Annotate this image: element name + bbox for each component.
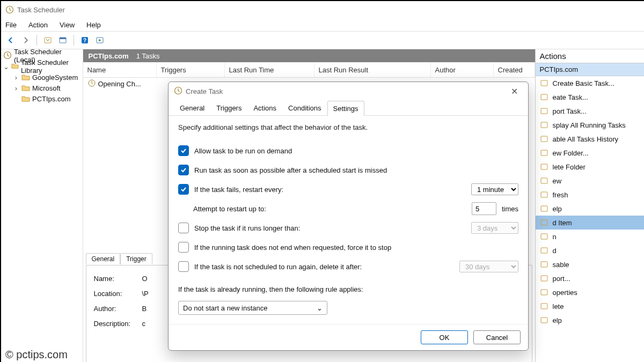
action-icon <box>540 260 548 269</box>
svg-text:?: ? <box>83 38 86 43</box>
action-icon <box>540 302 548 311</box>
menu-help[interactable]: Help <box>86 21 101 29</box>
col-triggers[interactable]: Triggers <box>157 62 225 77</box>
properties-button[interactable] <box>56 34 69 47</box>
actions-title: Actions <box>536 49 645 63</box>
tree-library[interactable]: ⌄ Task Scheduler Library <box>1 61 83 72</box>
svg-rect-10 <box>541 94 547 100</box>
action-label: elp <box>553 205 562 213</box>
tree-item-label: PCTIps.com <box>32 95 71 103</box>
action-item[interactable]: fresh <box>536 188 645 202</box>
cancel-button[interactable]: Cancel <box>473 330 521 344</box>
dialog-title-text: Create Task <box>186 87 223 95</box>
svg-rect-22 <box>541 262 547 267</box>
detail-tab-triggers[interactable]: Trigger <box>120 253 152 264</box>
detail-author-value: B <box>142 305 147 313</box>
tab-conditions[interactable]: Conditions <box>282 100 327 115</box>
chk-restart-on-fail[interactable] <box>178 184 189 195</box>
action-label: operties <box>553 289 577 297</box>
action-item[interactable]: ew Folder... <box>536 146 645 160</box>
dialog-footer: OK Cancel <box>169 324 528 350</box>
action-icon <box>540 246 548 255</box>
folder-icon <box>21 94 30 103</box>
action-item[interactable]: ew <box>536 174 645 188</box>
col-created[interactable]: Created <box>494 62 535 77</box>
lbl-run-asap: Run task as soon as possible after a sch… <box>194 166 387 174</box>
action-item[interactable]: operties <box>536 285 645 299</box>
chk-force-stop[interactable] <box>178 242 189 253</box>
toolbar-sep <box>74 35 74 46</box>
action-item[interactable]: d Item <box>536 216 645 230</box>
action-item[interactable]: elp <box>536 313 645 327</box>
lbl-attempt: Attempt to restart up to: <box>193 205 266 213</box>
chk-stop-long[interactable] <box>178 223 189 233</box>
action-item[interactable]: lete <box>536 299 645 313</box>
action-item[interactable]: splay All Running Tasks <box>536 118 645 132</box>
svg-rect-14 <box>541 150 547 156</box>
action-item[interactable]: eate Task... <box>536 90 645 104</box>
action-item[interactable]: port Task... <box>536 104 645 118</box>
menu-view[interactable]: View <box>60 21 75 29</box>
menu-action[interactable]: Action <box>28 21 48 29</box>
action-item[interactable]: port... <box>536 271 645 285</box>
close-button[interactable]: ✕ <box>506 86 523 97</box>
action-item[interactable]: lete Folder <box>536 160 645 174</box>
tab-general[interactable]: General <box>174 100 210 115</box>
tab-triggers[interactable]: Triggers <box>210 100 247 115</box>
col-name[interactable]: Name <box>83 62 157 77</box>
app-icon <box>5 5 14 14</box>
action-label: Create Basic Task... <box>553 79 614 87</box>
action-item[interactable]: n <box>536 230 645 243</box>
action-label: eate Task... <box>553 93 588 101</box>
task-icon <box>87 79 96 89</box>
chevron-right-icon[interactable]: › <box>13 84 19 92</box>
action-icon <box>540 190 548 199</box>
col-author[interactable]: Author <box>431 62 494 77</box>
forward-button[interactable] <box>19 34 32 47</box>
chk-run-asap[interactable] <box>178 165 189 175</box>
action-label: port Task... <box>553 107 587 115</box>
col-last-run-result[interactable]: Last Run Result <box>314 62 431 77</box>
back-button[interactable] <box>4 34 17 47</box>
run-button[interactable] <box>93 34 106 47</box>
action-item[interactable]: elp <box>536 202 645 216</box>
task-name: Opening Ch... <box>98 80 141 88</box>
restart-interval-select[interactable]: 1 minute <box>471 183 518 195</box>
delete-after-select: 30 days <box>459 261 518 272</box>
action-item[interactable]: d <box>536 243 645 257</box>
action-item[interactable]: Create Basic Task... <box>536 76 645 90</box>
action-icon <box>540 204 548 213</box>
svg-rect-11 <box>541 108 547 114</box>
action-icon <box>540 176 548 185</box>
action-item[interactable]: sable <box>536 257 645 271</box>
detail-tab-general[interactable]: General <box>86 253 121 264</box>
action-item[interactable]: able All Tasks History <box>536 132 645 146</box>
tree-item-microsoft[interactable]: › Microsoft <box>1 83 83 93</box>
chk-run-on-demand[interactable] <box>178 145 189 156</box>
help-button[interactable]: ? <box>78 34 91 47</box>
chk-delete-after[interactable] <box>178 261 189 272</box>
refresh-button[interactable] <box>41 34 54 47</box>
tree-item-label: Microsoft <box>32 84 61 92</box>
action-label: elp <box>553 316 562 324</box>
svg-rect-21 <box>541 248 547 253</box>
tree-item-pctips[interactable]: PCTIps.com <box>1 93 83 104</box>
chevron-down-icon[interactable]: ⌄ <box>3 63 9 71</box>
clock-icon <box>3 51 12 61</box>
menu-file[interactable]: File <box>5 21 17 29</box>
task-grid-header: Name Triggers Last Run Time Last Run Res… <box>83 62 535 78</box>
dialog-body: Specify additional settings that affect … <box>169 116 528 324</box>
menubar: File Action View Help <box>1 18 644 32</box>
attempt-count-input[interactable] <box>472 202 496 215</box>
chevron-right-icon[interactable]: › <box>13 73 19 82</box>
tab-settings[interactable]: Settings <box>327 101 364 116</box>
rule-select[interactable]: Do not start a new instance ⌄ <box>178 301 327 315</box>
col-last-run-time[interactable]: Last Run Time <box>225 62 314 77</box>
dialog-titlebar[interactable]: Create Task ✕ <box>169 82 528 100</box>
tree-item-google[interactable]: › GoogleSystem <box>1 72 83 83</box>
stop-after-select: 3 days <box>471 222 518 234</box>
ok-button[interactable]: OK <box>421 330 468 344</box>
tab-actions[interactable]: Actions <box>247 100 282 115</box>
action-label: able All Tasks History <box>553 135 619 143</box>
clock-icon <box>174 86 182 97</box>
